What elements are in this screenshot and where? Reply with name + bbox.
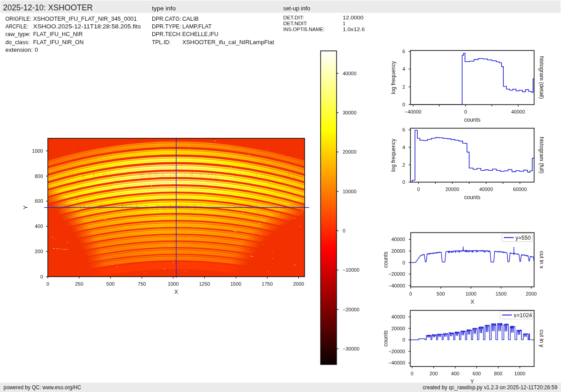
svg-text:0: 0 — [46, 281, 49, 287]
svg-text:0: 0 — [402, 102, 405, 107]
svg-text:30000: 30000 — [343, 110, 357, 115]
svg-text:2: 2 — [402, 84, 405, 90]
svg-text:DPR.TYPE:: DPR.TYPE: — [152, 23, 181, 30]
svg-text:CALIB: CALIB — [182, 15, 199, 22]
svg-text:−40000: −40000 — [405, 109, 421, 114]
svg-text:0: 0 — [464, 109, 467, 114]
svg-text:500: 500 — [437, 291, 445, 296]
svg-text:6: 6 — [402, 49, 405, 54]
svg-text:1500: 1500 — [230, 281, 241, 287]
svg-text:20000: 20000 — [446, 187, 460, 192]
svg-text:−40000: −40000 — [388, 283, 405, 288]
svg-text:Y: Y — [23, 205, 29, 209]
svg-text:x=1024: x=1024 — [514, 312, 532, 319]
svg-text:log frequency: log frequency — [390, 138, 397, 172]
svg-text:1: 1 — [343, 21, 346, 26]
svg-text:TPL.ID:: TPL.ID: — [152, 39, 171, 46]
svg-text:60000: 60000 — [513, 187, 527, 192]
svg-text:10000: 10000 — [343, 189, 357, 194]
svg-text:0: 0 — [402, 337, 405, 342]
svg-text:1.0x12.6: 1.0x12.6 — [343, 27, 365, 32]
svg-text:1000: 1000 — [168, 281, 178, 287]
svg-text:12.0000: 12.0000 — [343, 15, 364, 20]
svg-text:0: 0 — [402, 179, 405, 185]
svg-text:400: 400 — [35, 223, 43, 229]
svg-text:40000: 40000 — [391, 314, 405, 319]
svg-text:DET.DIT:: DET.DIT: — [283, 15, 304, 20]
svg-text:ARCFILE:: ARCFILE: — [5, 23, 28, 30]
svg-text:20000: 20000 — [343, 149, 357, 155]
svg-text:1750: 1750 — [262, 281, 273, 287]
svg-text:6: 6 — [402, 127, 405, 132]
svg-text:powered by QC: www.eso.org/HC: powered by QC: www.eso.org/HC — [4, 384, 81, 391]
svg-text:750: 750 — [138, 281, 146, 287]
svg-text:1000: 1000 — [465, 291, 476, 296]
svg-text:200: 200 — [429, 371, 438, 376]
svg-text:cut in x: cut in x — [538, 251, 545, 269]
svg-text:counts: counts — [383, 251, 389, 268]
svg-text:X: X — [174, 289, 178, 295]
svg-text:−10000: −10000 — [343, 267, 360, 273]
svg-text:histogram (full): histogram (full) — [538, 137, 545, 173]
svg-text:250: 250 — [75, 281, 83, 287]
svg-text:1000: 1000 — [514, 371, 525, 376]
svg-text:cut in y: cut in y — [538, 330, 545, 348]
svg-text:log frequency: log frequency — [390, 60, 397, 94]
svg-text:−40000: −40000 — [388, 360, 405, 365]
svg-text:−30000: −30000 — [343, 346, 360, 351]
svg-text:600: 600 — [473, 371, 481, 376]
svg-text:−20000: −20000 — [343, 307, 360, 312]
svg-text:600: 600 — [35, 198, 43, 204]
svg-text:type info: type info — [152, 5, 176, 12]
svg-text:40000: 40000 — [479, 187, 493, 192]
svg-text:X: X — [470, 299, 474, 305]
svg-text:2: 2 — [402, 162, 405, 168]
svg-text:do_class:: do_class: — [5, 39, 30, 46]
svg-text:DPR.CATG:: DPR.CATG: — [152, 15, 181, 22]
svg-text:1250: 1250 — [199, 281, 210, 287]
svg-text:ECHELLE,IFU: ECHELLE,IFU — [182, 31, 219, 37]
svg-text:extension:: extension: — [5, 46, 33, 53]
svg-text:Y: Y — [470, 378, 474, 385]
svg-text:4: 4 — [402, 145, 405, 150]
svg-text:0: 0 — [402, 260, 405, 265]
svg-text:FLAT_IFU_HC_NIR: FLAT_IFU_HC_NIR — [33, 31, 83, 37]
svg-text:XSHOOTER_IFU_FLAT_NIR_345_0001: XSHOOTER_IFU_FLAT_NIR_345_0001 — [33, 15, 137, 22]
svg-text:counts: counts — [464, 117, 480, 123]
svg-text:2025-12-10: XSHOOTER: 2025-12-10: XSHOOTER — [3, 3, 93, 12]
svg-text:DPR.TECH:: DPR.TECH: — [152, 31, 182, 37]
svg-text:40000: 40000 — [343, 71, 357, 76]
svg-text:LAMP,FLAT: LAMP,FLAT — [182, 23, 212, 30]
svg-text:XSHOOTER_ifu_cal_NIRLampFlat: XSHOOTER_ifu_cal_NIRLampFlat — [182, 39, 274, 46]
svg-text:2000: 2000 — [293, 281, 304, 287]
svg-text:2000: 2000 — [526, 291, 537, 296]
svg-text:INS.OPTI5.NAME:: INS.OPTI5.NAME: — [283, 27, 325, 32]
svg-text:4: 4 — [402, 66, 405, 72]
svg-text:0: 0 — [343, 228, 346, 233]
svg-text:0: 0 — [35, 46, 38, 53]
svg-text:500: 500 — [106, 281, 114, 287]
svg-text:−20000: −20000 — [388, 349, 405, 354]
svg-text:counts: counts — [383, 330, 389, 346]
svg-text:800: 800 — [494, 371, 502, 376]
svg-text:y=550: y=550 — [515, 235, 531, 241]
svg-text:200: 200 — [35, 249, 43, 254]
svg-text:40000: 40000 — [511, 109, 525, 114]
svg-text:ORIGFILE:: ORIGFILE: — [5, 15, 32, 22]
svg-text:20000: 20000 — [391, 248, 405, 254]
svg-text:400: 400 — [451, 371, 459, 376]
svg-text:FLAT_IFU_NIR_ON: FLAT_IFU_NIR_ON — [33, 39, 84, 46]
svg-text:XSHOO.2025-12-11T18:28:58.205.: XSHOO.2025-12-11T18:28:58.205.fits — [33, 23, 141, 30]
svg-text:20000: 20000 — [391, 326, 405, 331]
svg-text:1000: 1000 — [32, 148, 43, 154]
svg-text:0: 0 — [417, 187, 420, 192]
svg-text:40000: 40000 — [391, 237, 405, 242]
svg-text:0: 0 — [40, 274, 43, 279]
svg-text:DET.NDIT:: DET.NDIT: — [283, 21, 308, 26]
svg-text:created by qc_rawdisp.py v1.2.: created by qc_rawdisp.py v1.2.3 on 2025-… — [423, 384, 557, 391]
svg-text:counts: counts — [464, 194, 480, 201]
svg-text:800: 800 — [35, 173, 43, 179]
svg-text:−20000: −20000 — [388, 271, 405, 277]
svg-text:0: 0 — [409, 291, 412, 296]
svg-text:histogram (detail): histogram (detail) — [538, 56, 545, 99]
